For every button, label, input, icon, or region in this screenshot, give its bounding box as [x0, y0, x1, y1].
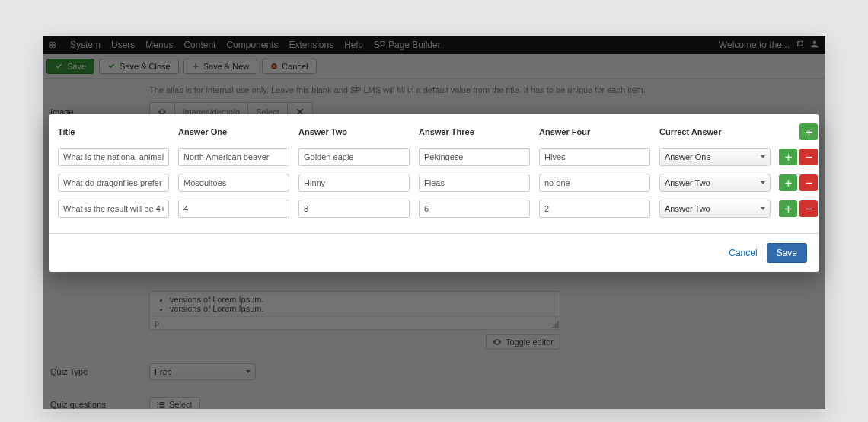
svg-rect-13: [806, 182, 812, 183]
modal-footer: Cancel Save: [49, 233, 819, 272]
answer3-input[interactable]: [419, 174, 530, 192]
answer2-input[interactable]: [298, 148, 410, 166]
col-answer-one: Answer One: [178, 127, 298, 136]
title-input[interactable]: [58, 174, 169, 192]
answer3-input[interactable]: [419, 148, 530, 166]
correct-select[interactable]: Answer Two: [659, 174, 771, 192]
row-remove-button[interactable]: [799, 200, 818, 217]
chevron-down-icon: [761, 207, 765, 210]
row-add-button[interactable]: [779, 174, 797, 191]
row-remove-button[interactable]: [799, 149, 818, 165]
question-row: Answer Two: [58, 174, 810, 192]
add-row-button[interactable]: [799, 123, 818, 140]
answer1-input[interactable]: [178, 148, 289, 166]
answer2-input[interactable]: [298, 174, 410, 192]
correct-select[interactable]: Answer Two: [659, 200, 771, 218]
modal-header-row: Title Answer One Answer Two Answer Three…: [58, 123, 810, 140]
col-answer-four: Answer Four: [539, 127, 659, 136]
svg-rect-14: [806, 208, 812, 209]
modal-cancel-button[interactable]: Cancel: [729, 248, 757, 258]
col-answer-two: Answer Two: [298, 127, 419, 136]
row-add-button[interactable]: [779, 200, 797, 217]
chevron-down-icon: [761, 181, 765, 184]
row-remove-button[interactable]: [799, 174, 818, 191]
col-title: Title: [58, 127, 178, 136]
answer4-input[interactable]: [539, 148, 650, 166]
questions-modal: Title Answer One Answer Two Answer Three…: [49, 114, 819, 272]
question-row: Answer Two: [58, 200, 810, 218]
correct-select[interactable]: Answer One: [659, 148, 771, 166]
question-row: Answer One: [58, 148, 810, 166]
answer2-input[interactable]: [298, 200, 410, 218]
row-add-button[interactable]: [779, 149, 797, 165]
col-answer-three: Answer Three: [419, 127, 539, 136]
svg-rect-12: [806, 156, 812, 157]
col-correct: Currect Answer: [659, 127, 774, 136]
title-input[interactable]: [58, 200, 169, 218]
answer3-input[interactable]: [419, 200, 530, 218]
answer1-input[interactable]: [178, 174, 289, 192]
answer4-input[interactable]: [539, 200, 650, 218]
chevron-down-icon: [761, 155, 765, 158]
modal-save-button[interactable]: Save: [767, 243, 807, 263]
answer4-input[interactable]: [539, 174, 650, 192]
answer1-input[interactable]: [178, 200, 289, 218]
title-input[interactable]: [58, 148, 169, 166]
